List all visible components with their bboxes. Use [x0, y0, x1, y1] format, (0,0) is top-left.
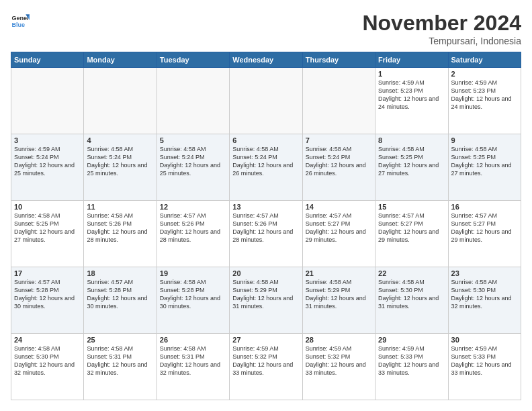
header-cell-monday: Monday [84, 52, 157, 68]
day-cell: 28Sunrise: 4:59 AM Sunset: 5:32 PM Dayli… [302, 334, 375, 400]
day-number: 17 [14, 269, 81, 277]
day-cell: 5Sunrise: 4:58 AM Sunset: 5:24 PM Daylig… [157, 134, 229, 201]
day-number: 21 [306, 269, 372, 277]
day-cell: 21Sunrise: 4:58 AM Sunset: 5:29 PM Dayli… [302, 267, 375, 334]
day-info: Sunrise: 4:59 AM Sunset: 5:23 PM Dayligh… [378, 79, 445, 111]
header-cell-sunday: Sunday [11, 52, 84, 68]
day-cell: 13Sunrise: 4:57 AM Sunset: 5:26 PM Dayli… [230, 201, 302, 267]
month-title: November 2024 [362, 11, 521, 36]
day-info: Sunrise: 4:58 AM Sunset: 5:30 PM Dayligh… [14, 345, 81, 377]
week-row-3: 17Sunrise: 4:57 AM Sunset: 5:28 PM Dayli… [11, 267, 521, 334]
day-cell: 18Sunrise: 4:57 AM Sunset: 5:28 PM Dayli… [84, 267, 157, 334]
day-cell: 10Sunrise: 4:58 AM Sunset: 5:25 PM Dayli… [11, 201, 84, 267]
day-number: 4 [87, 136, 153, 144]
logo-icon: General Blue [11, 11, 30, 30]
day-number: 30 [451, 336, 518, 344]
day-number: 9 [451, 136, 518, 144]
day-cell: 4Sunrise: 4:58 AM Sunset: 5:24 PM Daylig… [84, 134, 157, 201]
day-info: Sunrise: 4:59 AM Sunset: 5:23 PM Dayligh… [451, 79, 518, 111]
day-info: Sunrise: 4:58 AM Sunset: 5:30 PM Dayligh… [378, 278, 445, 311]
week-row-4: 24Sunrise: 4:58 AM Sunset: 5:30 PM Dayli… [11, 334, 521, 400]
day-cell: 25Sunrise: 4:58 AM Sunset: 5:31 PM Dayli… [84, 334, 157, 400]
day-info: Sunrise: 4:58 AM Sunset: 5:31 PM Dayligh… [87, 345, 153, 377]
week-row-0: 1Sunrise: 4:59 AM Sunset: 5:23 PM Daylig… [11, 68, 521, 134]
day-cell: 17Sunrise: 4:57 AM Sunset: 5:28 PM Dayli… [11, 267, 84, 334]
day-number: 16 [451, 203, 518, 211]
day-info: Sunrise: 4:58 AM Sunset: 5:25 PM Dayligh… [14, 212, 81, 244]
day-info: Sunrise: 4:58 AM Sunset: 5:24 PM Dayligh… [160, 145, 226, 178]
title-area: November 2024 Tempursari, Indonesia [362, 11, 521, 46]
day-cell: 24Sunrise: 4:58 AM Sunset: 5:30 PM Dayli… [11, 334, 84, 400]
day-info: Sunrise: 4:58 AM Sunset: 5:29 PM Dayligh… [306, 278, 372, 311]
day-info: Sunrise: 4:57 AM Sunset: 5:27 PM Dayligh… [378, 212, 445, 244]
svg-text:Blue: Blue [11, 21, 25, 28]
day-info: Sunrise: 4:58 AM Sunset: 5:25 PM Dayligh… [378, 145, 445, 178]
header-cell-tuesday: Tuesday [157, 52, 229, 68]
day-cell: 2Sunrise: 4:59 AM Sunset: 5:23 PM Daylig… [448, 68, 521, 134]
day-cell: 22Sunrise: 4:58 AM Sunset: 5:30 PM Dayli… [375, 267, 448, 334]
day-info: Sunrise: 4:58 AM Sunset: 5:25 PM Dayligh… [451, 145, 518, 178]
day-cell: 9Sunrise: 4:58 AM Sunset: 5:25 PM Daylig… [448, 134, 521, 201]
day-info: Sunrise: 4:58 AM Sunset: 5:29 PM Dayligh… [232, 278, 299, 311]
day-cell: 8Sunrise: 4:58 AM Sunset: 5:25 PM Daylig… [375, 134, 448, 201]
day-number: 19 [160, 269, 226, 277]
day-cell [84, 68, 157, 134]
day-number: 29 [378, 336, 445, 344]
day-info: Sunrise: 4:58 AM Sunset: 5:24 PM Dayligh… [87, 145, 153, 178]
logo: General Blue [11, 11, 30, 30]
week-row-1: 3Sunrise: 4:59 AM Sunset: 5:24 PM Daylig… [11, 134, 521, 201]
day-info: Sunrise: 4:58 AM Sunset: 5:24 PM Dayligh… [232, 145, 299, 178]
day-cell: 20Sunrise: 4:58 AM Sunset: 5:29 PM Dayli… [230, 267, 302, 334]
header-cell-thursday: Thursday [302, 52, 375, 68]
day-info: Sunrise: 4:57 AM Sunset: 5:27 PM Dayligh… [306, 212, 372, 244]
day-number: 13 [232, 203, 299, 211]
day-cell [302, 68, 375, 134]
page: General Blue November 2024 Tempursari, I… [0, 0, 532, 411]
day-info: Sunrise: 4:59 AM Sunset: 5:32 PM Dayligh… [232, 345, 299, 377]
day-number: 15 [378, 203, 445, 211]
day-cell: 12Sunrise: 4:57 AM Sunset: 5:26 PM Dayli… [157, 201, 229, 267]
day-number: 22 [378, 269, 445, 277]
day-info: Sunrise: 4:59 AM Sunset: 5:24 PM Dayligh… [14, 145, 81, 178]
week-row-2: 10Sunrise: 4:58 AM Sunset: 5:25 PM Dayli… [11, 201, 521, 267]
day-info: Sunrise: 4:57 AM Sunset: 5:27 PM Dayligh… [451, 212, 518, 244]
day-number: 11 [87, 203, 153, 211]
day-number: 23 [451, 269, 518, 277]
day-info: Sunrise: 4:59 AM Sunset: 5:33 PM Dayligh… [378, 345, 445, 377]
location: Tempursari, Indonesia [362, 36, 521, 46]
day-number: 5 [160, 136, 226, 144]
day-cell: 16Sunrise: 4:57 AM Sunset: 5:27 PM Dayli… [448, 201, 521, 267]
day-cell: 27Sunrise: 4:59 AM Sunset: 5:32 PM Dayli… [230, 334, 302, 400]
day-cell: 3Sunrise: 4:59 AM Sunset: 5:24 PM Daylig… [11, 134, 84, 201]
day-number: 24 [14, 336, 81, 344]
header-row: SundayMondayTuesdayWednesdayThursdayFrid… [11, 52, 521, 68]
day-number: 6 [232, 136, 299, 144]
day-number: 7 [306, 136, 372, 144]
calendar: SundayMondayTuesdayWednesdayThursdayFrid… [11, 52, 521, 400]
day-cell: 11Sunrise: 4:58 AM Sunset: 5:26 PM Dayli… [84, 201, 157, 267]
day-number: 14 [306, 203, 372, 211]
day-number: 3 [14, 136, 81, 144]
day-cell: 29Sunrise: 4:59 AM Sunset: 5:33 PM Dayli… [375, 334, 448, 400]
day-number: 2 [451, 70, 518, 78]
day-info: Sunrise: 4:58 AM Sunset: 5:28 PM Dayligh… [160, 278, 226, 311]
day-cell: 15Sunrise: 4:57 AM Sunset: 5:27 PM Dayli… [375, 201, 448, 267]
day-info: Sunrise: 4:57 AM Sunset: 5:26 PM Dayligh… [232, 212, 299, 244]
day-cell [230, 68, 302, 134]
day-cell [157, 68, 229, 134]
day-number: 26 [160, 336, 226, 344]
day-cell [11, 68, 84, 134]
day-number: 8 [378, 136, 445, 144]
day-cell: 23Sunrise: 4:58 AM Sunset: 5:30 PM Dayli… [448, 267, 521, 334]
header-cell-friday: Friday [375, 52, 448, 68]
day-info: Sunrise: 4:58 AM Sunset: 5:26 PM Dayligh… [87, 212, 153, 244]
day-number: 18 [87, 269, 153, 277]
day-info: Sunrise: 4:59 AM Sunset: 5:32 PM Dayligh… [306, 345, 372, 377]
day-cell: 19Sunrise: 4:58 AM Sunset: 5:28 PM Dayli… [157, 267, 229, 334]
day-cell: 7Sunrise: 4:58 AM Sunset: 5:24 PM Daylig… [302, 134, 375, 201]
day-info: Sunrise: 4:58 AM Sunset: 5:24 PM Dayligh… [306, 145, 372, 178]
header: General Blue November 2024 Tempursari, I… [11, 11, 521, 46]
day-info: Sunrise: 4:59 AM Sunset: 5:33 PM Dayligh… [451, 345, 518, 377]
day-cell: 30Sunrise: 4:59 AM Sunset: 5:33 PM Dayli… [448, 334, 521, 400]
day-number: 1 [378, 70, 445, 78]
